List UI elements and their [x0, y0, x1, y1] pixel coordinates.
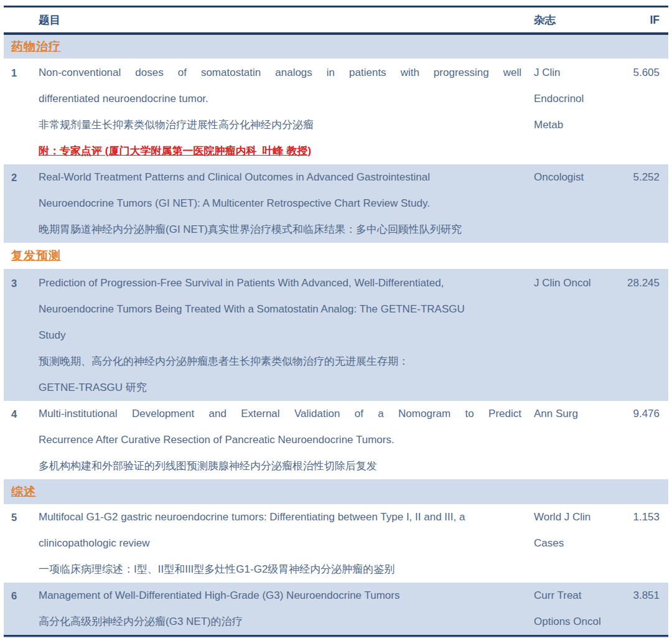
table-bottom-rule — [4, 635, 668, 638]
journal-name-line: Curr Treat — [534, 583, 610, 609]
paper-row-3: 3 Prediction of Progression-Free Surviva… — [4, 269, 668, 401]
journal-name-line: Cases — [534, 530, 610, 556]
journal-cell: J Clin Oncol — [534, 270, 610, 401]
journal-name-line: Ann Surg — [534, 401, 610, 427]
header-journal-col: 杂志 — [534, 12, 610, 27]
section-header-drug-therapy: 药物治疗 — [4, 35, 668, 59]
paper-row-4: 4 Multi-institutional Development and Ex… — [4, 401, 668, 479]
paper-title-en-line: Multi-institutional Development and Exte… — [39, 401, 521, 427]
row-number: 2 — [11, 164, 39, 243]
paper-title-cell: Non-conventional doses of somatostatin a… — [39, 60, 521, 164]
journal-name-line: J Clin — [534, 60, 610, 86]
impact-factor-value: 28.245 — [610, 270, 660, 401]
journal-cell: Oncologist — [534, 164, 610, 243]
paper-title-zh-line: 高分化高级别神经内分泌瘤(G3 NET)的治疗 — [39, 609, 521, 635]
paper-title-zh-line: 非常规剂量生长抑素类似物治疗进展性高分化神经内分泌瘤 — [39, 112, 521, 138]
paper-title-zh-line: GETNE-TRASGU 研究 — [39, 375, 521, 401]
row-number: 4 — [11, 401, 39, 479]
impact-factor-value: 5.605 — [610, 60, 660, 164]
paper-title-en-line: Study — [39, 322, 521, 349]
row-number: 6 — [11, 583, 39, 635]
paper-title-zh-line: 预测晚期、高分化的神经内分泌肿瘤患者生长抑素类似物治疗的无进展生存期： — [39, 349, 521, 375]
impact-factor-value: 1.153 — [610, 504, 660, 583]
journal-name-line: J Clin Oncol — [534, 270, 610, 296]
paper-title-en-line: differentiated neuroendocrine tumor. — [39, 86, 521, 112]
impact-factor-value: 9.476 — [610, 401, 660, 479]
paper-row-1: 1 Non-conventional doses of somatostatin… — [4, 59, 668, 164]
section-label: 综述 — [11, 484, 36, 500]
publication-list-table: 题目 杂志 IF 药物治疗 1 Non-conventional doses o… — [0, 0, 672, 638]
section-header-review: 综述 — [4, 479, 668, 504]
paper-title-en-line: clinicopathologic review — [39, 530, 521, 556]
paper-title-cell: Multifocal G1-G2 gastric neuroendocrine … — [39, 504, 521, 583]
paper-title-cell: Real-World Treatment Patterns and Clinic… — [39, 164, 521, 243]
paper-title-en-line: Non-conventional doses of somatostatin a… — [39, 60, 521, 86]
paper-title-en-line: Neuroendocrine Tumors Being Treated With… — [39, 296, 521, 322]
journal-name-line: Options Oncol — [534, 609, 610, 635]
paper-title-en-line: Multifocal G1-G2 gastric neuroendocrine … — [39, 504, 521, 530]
journal-name-line: Endocrinol — [534, 86, 610, 112]
paper-row-2: 2 Real-World Treatment Patterns and Clin… — [4, 164, 668, 243]
paper-title-cell: Management of Well-Differentiated High-G… — [39, 583, 521, 635]
paper-title-zh-line: 晚期胃肠道神经内分泌肿瘤(GI NET)真实世界治疗模式和临床结果：多中心回顾性… — [39, 217, 521, 243]
paper-row-6: 6 Management of Well-Differentiated High… — [4, 583, 668, 635]
table-header-row: 题目 杂志 IF — [4, 6, 668, 35]
paper-title-en-line: Prediction of Progression-Free Survival … — [39, 270, 521, 296]
journal-name-line: Oncologist — [534, 164, 610, 190]
paper-title-en-line: Real-World Treatment Patterns and Clinic… — [39, 164, 521, 190]
journal-cell: Ann Surg — [534, 401, 610, 479]
paper-title-en-line: Management of Well-Differentiated High-G… — [39, 583, 521, 609]
row-number: 5 — [11, 504, 39, 583]
journal-cell: World J Clin Cases — [534, 504, 610, 583]
paper-title-zh-line: 多机构构建和外部验证的列线图预测胰腺神经内分泌瘤根治性切除后复发 — [39, 453, 521, 479]
header-title-col: 题目 — [39, 12, 521, 27]
paper-title-en-line: Recurrence After Curative Resection of P… — [39, 427, 521, 453]
paper-title-cell: Multi-institutional Development and Exte… — [39, 401, 521, 479]
journal-cell: Curr Treat Options Oncol — [534, 583, 610, 635]
row-number: 3 — [11, 270, 39, 401]
paper-title-en-line: Neuroendocrine Tumors (GI NET): A Multic… — [39, 190, 521, 217]
journal-cell: J Clin Endocrinol Metab — [534, 60, 610, 164]
section-label: 复发预测 — [11, 248, 61, 264]
header-if-col: IF — [610, 14, 660, 27]
paper-row-5: 5 Multifocal G1-G2 gastric neuroendocrin… — [4, 504, 668, 583]
impact-factor-value: 5.252 — [610, 164, 660, 243]
journal-name-line: World J Clin — [534, 504, 610, 530]
paper-title-zh-line: 一项临床病理综述：I型、II型和III型多灶性G1-G2级胃神经内分泌肿瘤的鉴别 — [39, 556, 521, 583]
row-number: 1 — [11, 60, 39, 164]
paper-title-cell: Prediction of Progression-Free Survival … — [39, 270, 521, 401]
journal-name-line: Metab — [534, 112, 610, 138]
section-label: 药物治疗 — [11, 39, 61, 55]
expert-comment-note: 附：专家点评 (厦门大学附属第一医院肿瘤内科 叶峰 教授) — [39, 138, 521, 164]
section-header-recurrence-prediction: 复发预测 — [4, 243, 668, 269]
impact-factor-value: 3.851 — [610, 583, 660, 635]
